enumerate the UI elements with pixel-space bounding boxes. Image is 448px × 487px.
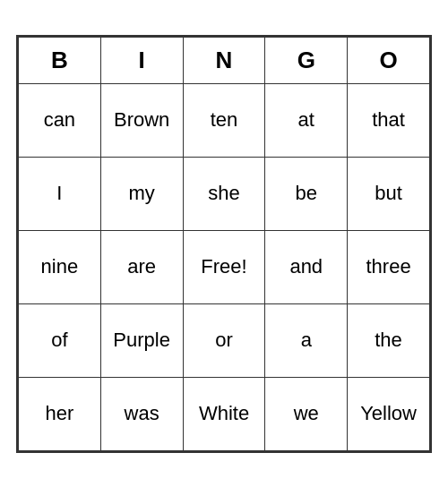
cell-r0-c0: can [19, 83, 101, 157]
table-row: canBrowntenatthat [19, 83, 430, 157]
table-row: Imyshebebut [19, 157, 430, 230]
cell-r1-c4: but [348, 157, 430, 230]
table-row: herwasWhiteweYellow [19, 377, 430, 450]
cell-r0-c2: ten [183, 83, 265, 157]
header-col-g: G [265, 37, 348, 83]
cell-r2-c4: three [348, 230, 430, 303]
cell-r4-c2: White [183, 377, 265, 450]
table-row: nineareFree!andthree [19, 230, 430, 303]
cell-r1-c2: she [183, 157, 265, 230]
cell-r1-c1: my [100, 157, 183, 230]
bingo-card: BINGO canBrowntenatthatImyshebebutninear… [16, 35, 432, 453]
table-row: ofPurpleorathe [19, 303, 430, 377]
cell-r3-c2: or [183, 303, 265, 377]
cell-r3-c4: the [348, 303, 430, 377]
cell-r0-c1: Brown [100, 83, 183, 157]
cell-r0-c4: that [348, 83, 430, 157]
header-col-o: O [348, 37, 430, 83]
header-row: BINGO [19, 37, 430, 83]
cell-r1-c0: I [19, 157, 101, 230]
cell-r4-c4: Yellow [348, 377, 430, 450]
cell-r1-c3: be [265, 157, 348, 230]
cell-r4-c3: we [265, 377, 348, 450]
cell-r3-c0: of [19, 303, 101, 377]
cell-r3-c3: a [265, 303, 348, 377]
cell-r3-c1: Purple [100, 303, 183, 377]
cell-r2-c2: Free! [183, 230, 265, 303]
bingo-table: BINGO canBrowntenatthatImyshebebutninear… [18, 37, 430, 451]
header-col-n: N [183, 37, 265, 83]
cell-r2-c0: nine [19, 230, 101, 303]
cell-r2-c1: are [100, 230, 183, 303]
header-col-i: I [100, 37, 183, 83]
cell-r0-c3: at [265, 83, 348, 157]
header-col-b: B [19, 37, 101, 83]
cell-r4-c0: her [19, 377, 101, 450]
cell-r2-c3: and [265, 230, 348, 303]
cell-r4-c1: was [100, 377, 183, 450]
